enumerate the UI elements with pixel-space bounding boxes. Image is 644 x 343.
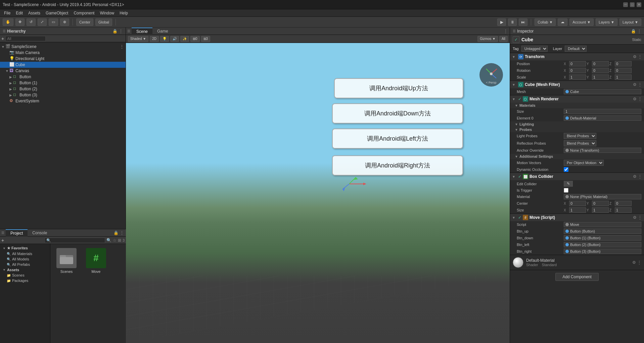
- layout-button[interactable]: Layout ▼: [619, 18, 641, 26]
- scale-x-input[interactable]: [569, 75, 586, 80]
- add-asset-button[interactable]: +: [1, 238, 4, 243]
- lighting-subheader[interactable]: ▼ Lighting: [510, 121, 644, 127]
- object-name[interactable]: Cube: [521, 37, 533, 42]
- mesh-renderer-enabled[interactable]: ✓: [518, 97, 521, 101]
- play-button[interactable]: ▶: [497, 18, 506, 26]
- mesh-value[interactable]: Cube: [564, 89, 641, 94]
- rot-y-input[interactable]: [592, 68, 609, 73]
- tree-item-canvas[interactable]: ▼ 🖼 Canvas: [0, 68, 126, 74]
- bottom-lock-icon[interactable]: 🔒: [113, 231, 119, 235]
- tree-item-button[interactable]: ▶ □ Button: [0, 74, 126, 80]
- size-x-input[interactable]: [569, 207, 586, 213]
- sidebar-favorites[interactable]: ▼ ★ Favorites: [0, 245, 50, 251]
- menu-component[interactable]: Component: [71, 10, 97, 16]
- center-y-input[interactable]: [592, 201, 609, 206]
- pause-button[interactable]: ⏸: [508, 18, 517, 26]
- btn-left-value[interactable]: Button (2) (Button): [564, 242, 641, 247]
- pos-y-input[interactable]: [592, 61, 609, 66]
- size-z-input[interactable]: [615, 207, 632, 213]
- menu-help[interactable]: Help: [117, 10, 131, 16]
- all-button[interactable]: All: [499, 36, 508, 42]
- mesh-renderer-header[interactable]: ▼ ✓ ⬡ Mesh Renderer ⚙ ⋮: [510, 95, 644, 103]
- 2d-button[interactable]: 2D: [150, 36, 159, 42]
- scale-z-input[interactable]: [615, 75, 632, 80]
- scene-kebab[interactable]: ⋮: [120, 44, 124, 49]
- box-collider-more-icon[interactable]: ⋮: [638, 174, 642, 179]
- hierarchy-search[interactable]: [5, 36, 46, 41]
- menu-edit[interactable]: Edit: [13, 10, 26, 16]
- mesh-renderer-more-icon[interactable]: ⋮: [638, 97, 642, 101]
- inspector-kebab-icon[interactable]: ⋮: [637, 29, 641, 34]
- collab-button[interactable]: Collab ▼: [535, 18, 556, 26]
- grid-toggle[interactable]: ⊞0: [190, 36, 200, 42]
- rect-tool[interactable]: ▭: [49, 18, 58, 26]
- edit-collider-button[interactable]: ✎: [564, 181, 573, 187]
- menu-gameobject[interactable]: GameObject: [43, 10, 71, 16]
- persp-gizmo[interactable]: < Persp: [479, 63, 503, 87]
- filter-icon[interactable]: ☆: [113, 238, 117, 243]
- btn-down-value[interactable]: Button (1) (Button): [564, 235, 641, 241]
- hand-tool[interactable]: ✋: [3, 18, 13, 26]
- menu-assets[interactable]: Assets: [26, 10, 43, 16]
- dynamic-occlusion-checkbox[interactable]: [564, 167, 568, 172]
- rot-x-input[interactable]: [569, 68, 586, 73]
- sidebar-all-materials[interactable]: 🔍 All Materials: [0, 251, 50, 256]
- global-button[interactable]: Global: [95, 18, 112, 26]
- project-search[interactable]: [45, 238, 105, 243]
- element0-value[interactable]: Default-Material: [564, 115, 641, 121]
- add-hierarchy-button[interactable]: +: [1, 36, 4, 41]
- anchor-override-value[interactable]: None (Transform): [564, 148, 641, 153]
- motion-vectors-dropdown[interactable]: Per Object Motion: [564, 160, 604, 166]
- lighting-button[interactable]: 💡: [160, 36, 169, 42]
- tree-item-cube[interactable]: ⬜ Cube: [0, 62, 126, 68]
- scene-button-down[interactable]: 调用Android端Down方法: [332, 103, 463, 124]
- tree-item-eventsystem[interactable]: ⚙ EventSystem: [0, 98, 126, 104]
- tree-item-button1[interactable]: ▶ □ Button (1): [0, 80, 126, 86]
- tree-item-samplescene[interactable]: ▼ 🎬 SampleScene ⋮: [0, 44, 126, 50]
- transform-header[interactable]: ▼ ⟳ Transform ⚙ ⋮: [510, 53, 644, 60]
- cloud-button[interactable]: ☁: [558, 18, 567, 26]
- pos-x-input[interactable]: [569, 61, 586, 66]
- scene-view[interactable]: 调用Android端Up方法 调用Android端Down方法 调用Androi…: [126, 43, 510, 343]
- material-settings-icon[interactable]: ⚙: [632, 260, 636, 265]
- materials-subheader[interactable]: ▼ Materials: [510, 103, 644, 108]
- tree-item-maincamera[interactable]: 📷 Main Camera: [0, 50, 126, 56]
- tree-item-directionallight[interactable]: 💡 Directional Light: [0, 56, 126, 62]
- scene-button-right[interactable]: 调用Android端Right方法: [332, 155, 463, 176]
- tree-item-button2[interactable]: ▶ □ Button (2): [0, 86, 126, 92]
- asset-scenes[interactable]: Scenes: [53, 247, 80, 275]
- move-script-more-icon[interactable]: ⋮: [638, 215, 642, 220]
- scene-kebab-icon[interactable]: ⋮: [504, 29, 508, 34]
- tab-scene[interactable]: Scene: [132, 28, 152, 35]
- reflection-probes-dropdown[interactable]: Blend Probes: [564, 140, 596, 146]
- script-value[interactable]: Move: [564, 222, 641, 227]
- sidebar-packages[interactable]: 📁 Packages: [0, 278, 50, 283]
- mesh-filter-more-icon[interactable]: ⋮: [638, 82, 642, 87]
- mesh-renderer-settings-icon[interactable]: ⚙: [633, 97, 637, 101]
- mesh-filter-settings-icon[interactable]: ⚙: [633, 82, 637, 87]
- center-x-input[interactable]: [569, 201, 586, 206]
- tab-game[interactable]: Game: [152, 28, 173, 35]
- box-collider-enabled[interactable]: ✓: [518, 174, 521, 179]
- layer-dropdown[interactable]: Default: [565, 46, 587, 52]
- is-trigger-checkbox[interactable]: [564, 188, 568, 193]
- box-collider-settings-icon[interactable]: ⚙: [633, 174, 637, 179]
- close-button[interactable]: ✕: [637, 2, 641, 7]
- rotate-tool[interactable]: ↺: [27, 18, 36, 26]
- object-active-toggle[interactable]: ✓: [513, 36, 519, 43]
- sidebar-all-models[interactable]: 🔍 All Models: [0, 256, 50, 262]
- minimize-button[interactable]: ─: [623, 2, 628, 7]
- probes-subheader[interactable]: ▼ Probes: [510, 127, 644, 132]
- maximize-button[interactable]: □: [630, 2, 635, 7]
- menu-file[interactable]: File: [1, 10, 13, 16]
- mesh-filter-header[interactable]: ▼ ⬡ Cube (Mesh Filter) ⚙ ⋮: [510, 81, 644, 88]
- hierarchy-kebab-icon[interactable]: ⋮: [119, 29, 123, 34]
- sidebar-assets[interactable]: ▼ Assets: [0, 267, 50, 273]
- tab-console[interactable]: Console: [28, 230, 52, 236]
- scale-y-input[interactable]: [592, 75, 609, 80]
- stats-button[interactable]: ⊞3: [201, 36, 211, 42]
- scale-tool[interactable]: ⤢: [38, 18, 47, 26]
- box-collider-header[interactable]: ▼ ✓ ⬜ Box Collider ⚙ ⋮: [510, 173, 644, 180]
- asset-move[interactable]: # Move: [83, 247, 109, 275]
- scene-button-up[interactable]: 调用Android端Up方法: [334, 78, 463, 98]
